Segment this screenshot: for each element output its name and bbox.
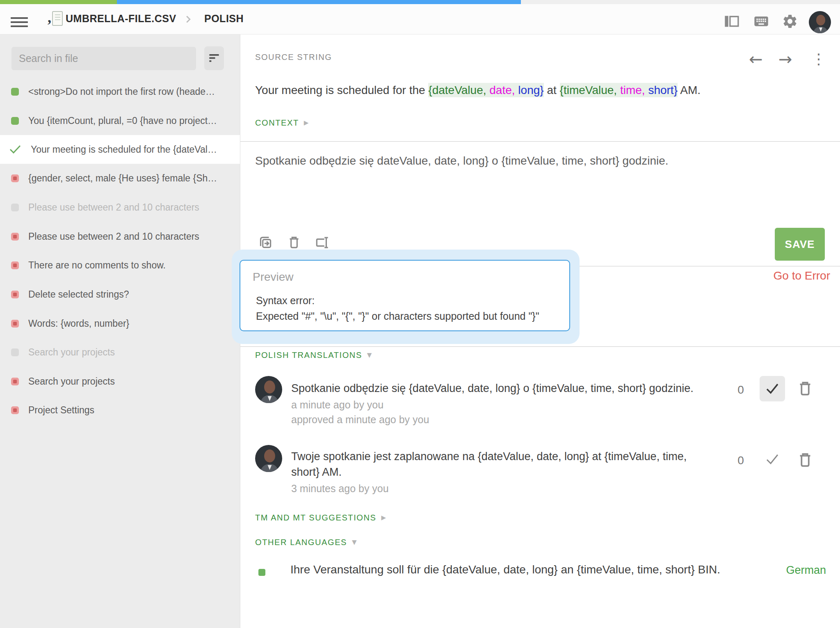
approve-translation-button[interactable] [762,449,783,470]
status-approved-icon [11,88,19,96]
delete-translation-icon[interactable] [795,450,815,470]
source-string-label: SOURCE STRING [255,53,332,62]
translation-text: short} AM. [291,464,342,480]
string-list-item[interactable]: Search your projects [0,367,240,396]
translation-meta: 3 minutes ago by you [291,483,389,495]
string-label: You {itemCount, plural, =0 {have no proj… [28,115,217,126]
string-label: Words: {words, number} [28,318,129,329]
string-label: Your meeting is scheduled for the {dateV… [31,144,217,155]
user-avatar[interactable] [809,11,831,33]
preview-box: Preview Syntax error: Expected "#", "\u"… [240,260,570,331]
collapsed-triangle-icon: ▶ [304,119,309,126]
string-list-item-selected[interactable]: Your meeting is scheduled for the {dateV… [0,135,240,164]
status-approved-icon [258,569,265,576]
tm-mt-suggestions-section-toggle[interactable]: TM AND MT SUGGESTIONS▶ [255,513,386,523]
string-label: Search your projects [28,347,115,358]
delete-translation-icon[interactable] [285,234,303,251]
next-string-arrow-icon[interactable]: → [778,50,792,68]
string-list-item[interactable]: You {itemCount, plural, =0 {have no proj… [0,106,240,135]
string-list-item[interactable]: Project Settings [0,396,240,424]
breadcrumb-chevron-icon [182,13,194,27]
translation-approved-meta: approved a minute ago by you [291,414,429,426]
syntax-error-message: Syntax error: Expected "#", "\u", "{", "… [256,293,539,324]
string-label: <strong>Do not import the first row (hea… [28,86,215,97]
status-untranslated-icon [11,378,19,385]
translator-avatar [255,376,282,403]
breadcrumb-language[interactable]: POLISH [204,4,244,34]
previous-string-arrow-icon[interactable]: ← [749,50,763,68]
delete-translation-icon[interactable] [795,378,815,399]
status-untranslated-icon [11,320,19,328]
expanded-triangle-icon: ▼ [367,351,372,359]
vote-count: 0 [732,454,750,467]
status-untranslated-icon [11,291,19,298]
string-label: There are no comments to show. [28,260,166,271]
translation-text: Twoje spotkanie jest zaplanowane na {dat… [291,448,687,465]
breadcrumb-file-name[interactable]: UMBRELLA-FILE.CSV [66,4,176,34]
string-list-item[interactable]: There are no comments to show. [0,251,240,280]
other-languages-section-toggle[interactable]: OTHER LANGUAGES▼ [255,538,357,547]
string-list-item[interactable]: <strong>Do not import the first row (hea… [0,77,240,106]
expanded-triangle-icon: ▼ [352,539,357,546]
copy-source-icon[interactable] [257,234,274,251]
translator-avatar [255,445,282,472]
vote-count: 0 [732,383,750,397]
more-options-kebab-icon[interactable]: ⋮ [811,50,826,68]
app-header: , UMBRELLA-FILE.CSV POLISH [0,4,840,34]
translation-meta: a minute ago by you [291,399,383,411]
preview-popup: Preview Syntax error: Expected "#", "\u"… [232,250,580,344]
search-input[interactable] [11,47,196,70]
go-to-error-link[interactable]: Go to Error [774,269,830,282]
status-untranslated-icon [11,261,19,269]
status-untranslated-icon [11,233,19,241]
csv-file-icon: , [48,10,64,30]
hamburger-menu-icon[interactable] [11,17,28,28]
save-button[interactable]: SAVE [775,228,825,261]
string-label: Project Settings [28,405,94,416]
status-approved-icon [11,117,19,125]
string-list-item[interactable]: {gender, select, male {He uses} female {… [0,164,240,193]
string-list-item[interactable]: Please use between 2 and 10 characters [0,193,240,222]
svg-text:,: , [48,10,51,25]
approve-translation-button[interactable] [760,376,785,401]
other-language-name[interactable]: German [786,564,826,577]
keyboard-shortcuts-icon[interactable] [752,13,770,30]
string-list-item[interactable]: Delete selected strings? [0,280,240,309]
strings-sidebar: <strong>Do not import the first row (hea… [0,34,240,628]
translation-editor-text[interactable]: Spotkanie odbędzie się dateValue, date, … [255,154,669,167]
filter-icon [208,51,220,65]
translation-text: Spotkanie odbędzie się {dateValue, date,… [291,380,694,397]
string-label: Delete selected strings? [28,289,129,300]
approved-check-icon [9,144,21,155]
string-label: {gender, select, male {He uses} female {… [28,173,217,184]
string-label: Please use between 2 and 10 characters [28,231,199,242]
status-untranslated-icon [11,174,19,182]
filter-button[interactable] [204,46,224,70]
string-list-item[interactable]: Please use between 2 and 10 characters [0,222,240,251]
clear-translation-icon[interactable] [314,234,331,251]
source-string-text: Your meeting is scheduled for the {dateV… [255,84,701,97]
progress-translated-segment [117,0,521,4]
collapsed-triangle-icon: ▶ [381,514,386,521]
string-list-item[interactable]: Words: {words, number} [0,309,240,338]
other-language-translation-text: Ihre Veranstaltung soll für die {dateVal… [290,563,720,576]
string-label: Please use between 2 and 10 characters [28,202,199,213]
divider [240,346,840,347]
polish-translations-section-toggle[interactable]: POLISH TRANSLATIONS▼ [255,351,372,360]
preview-label: Preview [253,270,294,284]
divider [240,141,840,142]
status-untranslated-icon [11,406,19,414]
status-hidden-icon [11,348,19,356]
settings-gear-icon[interactable] [781,13,799,30]
string-label: Search your projects [28,376,115,387]
side-by-side-view-icon[interactable] [723,13,741,30]
progress-approved-segment [0,0,117,4]
context-section-toggle[interactable]: CONTEXT▶ [255,118,308,128]
string-list-item[interactable]: Search your projects [0,338,240,367]
file-progress-bar [0,0,840,4]
status-hidden-icon [11,204,19,211]
